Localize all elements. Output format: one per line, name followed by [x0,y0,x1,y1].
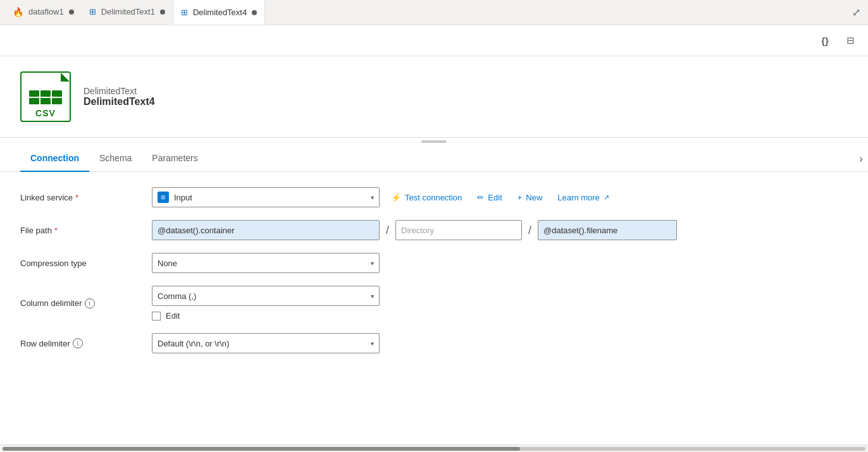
resize-bar [421,140,447,143]
file-path-row: File path * @dataset().container / Direc… [20,220,848,240]
linked-service-row: Linked service * ⊞ Input ▾ ⚡ Test connec… [20,187,848,207]
learn-more-button[interactable]: Learn more ↗ [555,190,611,205]
edit-checkbox-label: Edit [166,311,180,321]
required-indicator: * [54,226,58,235]
form-area: Linked service * ⊞ Input ▾ ⚡ Test connec… [0,172,868,381]
compression-type-dropdown[interactable]: None ▾ [152,253,380,273]
section-tabs: Connection Schema Parameters › [0,145,868,172]
edit-button[interactable]: ✏ Edit [474,190,504,205]
dropdown-chevron-icon: ▾ [371,194,374,201]
info-icon[interactable]: i [73,338,83,348]
dropdown-chevron-icon: ▾ [371,340,374,347]
table-icon: ⊞ [181,8,188,17]
section-collapse-icon[interactable]: › [859,152,863,165]
code-view-button[interactable]: {} [815,30,835,51]
tab-parameters-label: Parameters [152,153,197,163]
tab-dataflow1[interactable]: 🔥 dataflow1 [5,0,82,25]
tab-label: dataflow1 [28,7,64,16]
external-link-icon: ↗ [604,193,609,202]
row-delimiter-dropdown[interactable]: Default (\r\n, or \r\n) ▾ [152,333,380,353]
info-icon[interactable]: i [85,298,95,308]
linked-service-controls: ⊞ Input ▾ ⚡ Test connection ✏ Edit + New [152,187,848,207]
dataset-name: DelimitedText4 [84,96,155,107]
tab-connection[interactable]: Connection [20,145,89,172]
tab-bar: 🔥 dataflow1 ⊞ DelimitedText1 ⊞ Delimited… [0,0,868,25]
file-path-label: File path * [20,226,147,235]
path-separator-2: / [526,224,534,237]
toolbar-row: {} ⊟ [0,25,868,56]
linked-service-value: Input [174,193,192,202]
table-icon: ⊞ [89,7,96,16]
required-indicator: * [75,193,78,202]
tab-parameters[interactable]: Parameters [142,145,208,172]
filename-input[interactable]: @dataset().filename [538,220,677,240]
directory-input[interactable]: Directory [395,220,522,240]
edit-checkbox[interactable] [152,312,161,321]
tab-connection-label: Connection [30,153,79,163]
dataset-type: DelimitedText [84,86,155,96]
compression-type-controls: None ▾ [152,253,848,273]
compression-type-row: Compression type None ▾ [20,253,848,273]
code-icon: {} [821,35,829,46]
tab-dot [160,9,165,15]
resize-handle[interactable] [0,138,868,145]
tab-schema[interactable]: Schema [89,145,142,172]
test-connection-button[interactable]: ⚡ Test connection [388,190,464,205]
column-delimiter-value: Comma (,) [158,291,196,301]
tab-bar-right: ⤢ [850,4,863,21]
new-button[interactable]: + New [515,190,545,205]
dropdown-chevron-icon: ▾ [371,293,374,300]
connection-actions: ⚡ Test connection ✏ Edit + New Learn mor… [388,190,612,205]
compression-type-label: Compression type [20,259,147,268]
container-input[interactable]: @dataset().container [152,220,380,240]
row-delimiter-value: Default (\r\n, or \r\n) [158,339,229,348]
dropdown-chevron-icon: ▾ [371,260,374,267]
column-delimiter-row: Column delimiter i Comma (,) ▾ Edit [20,286,848,321]
tab-dot [252,10,257,15]
expand-icon[interactable]: ⤢ [850,4,863,21]
settings-button[interactable]: ⊟ [840,30,860,51]
edit-checkbox-row: Edit [152,311,380,321]
row-delimiter-row: Row delimiter i Default (\r\n, or \r\n) … [20,333,848,353]
test-connection-icon: ⚡ [391,193,401,202]
dataset-info: DelimitedText DelimitedText4 [84,86,155,107]
linked-service-type-icon: ⊞ [158,192,169,203]
settings-icon: ⊟ [846,35,855,46]
column-delimiter-dropdown[interactable]: Comma (,) ▾ [152,286,380,306]
linked-service-label: Linked service * [20,193,147,202]
tab-schema-label: Schema [99,153,132,163]
linked-service-dropdown-left: ⊞ Input [158,192,192,203]
column-delimiter-label: Column delimiter i [20,298,147,308]
file-path-controls: @dataset().container / Directory / @data… [152,220,848,240]
column-delimiter-controls: Comma (,) ▾ Edit [152,286,380,321]
tab-delimitedtext1[interactable]: ⊞ DelimitedText1 [82,0,173,25]
compression-type-value: None [158,259,177,268]
csv-icon: CSV [20,71,71,122]
dataflow-icon: 🔥 [13,7,23,17]
plus-icon: + [518,193,523,202]
tab-dot [69,9,74,15]
tab-label: DelimitedText1 [101,7,155,16]
linked-service-dropdown[interactable]: ⊞ Input ▾ [152,187,380,207]
row-delimiter-label: Row delimiter i [20,338,147,348]
edit-icon: ✏ [477,193,484,202]
path-separator-1: / [383,224,392,237]
row-delimiter-controls: Default (\r\n, or \r\n) ▾ [152,333,848,353]
tab-label: DelimitedText4 [193,8,247,17]
tab-delimitedtext4[interactable]: ⊞ DelimitedText4 [173,0,265,25]
dataset-header: CSV DelimitedText DelimitedText4 [0,56,868,138]
